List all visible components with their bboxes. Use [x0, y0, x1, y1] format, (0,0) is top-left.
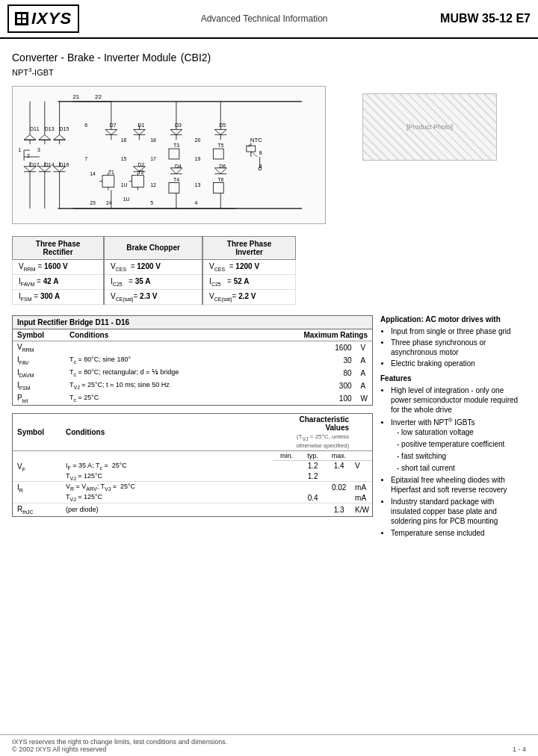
cell-rthjc-unit: K/W: [352, 503, 372, 516]
cell-ifav-symbol: IFAV: [13, 354, 65, 367]
table-row: TVJ = 125°C 0.4 mA: [13, 492, 372, 503]
char-col-values: Characteristic Values (TVJ = 25°C, unles…: [273, 414, 352, 451]
circuit-diagram: 21 22 D11 D13 D15 D12: [12, 86, 326, 224]
feature-item: Inverter with NPT® IGBTs low saturation …: [391, 417, 526, 473]
svg-text:3: 3: [37, 147, 40, 152]
feature-sub-item: low saturation voltage: [397, 427, 526, 437]
cell-vf-max1: 1.4: [326, 461, 352, 471]
cell-idavm-val: 80: [262, 367, 356, 379]
page-number: 1 - 4: [513, 746, 526, 753]
table-row: IFSM TVJ = 25°C; t = 10 ms; sine 50 Hz 3…: [13, 379, 372, 392]
cell-idavm-symbol: IDAVM: [13, 367, 65, 379]
page-footer: IXYS reserves the right to change limits…: [0, 734, 538, 756]
cell-ir-cond1: VR = VARV; TVJ = 25°C: [61, 482, 273, 492]
svg-text:14: 14: [90, 170, 96, 176]
svg-rect-2: [17, 19, 21, 23]
cell-vf-unit1: V: [352, 461, 372, 471]
cell-ir-min1: [273, 482, 300, 492]
app-item: Input from single or three phase grid: [391, 326, 526, 336]
cell-ir-max1: 0.02: [326, 482, 352, 492]
svg-text:T1: T1: [108, 169, 114, 174]
page-header: IXYS Advanced Technical Information MUBW…: [0, 0, 538, 39]
svg-text:T4: T4: [173, 176, 179, 182]
svg-marker-19: [54, 134, 66, 140]
footer-left: IXYS reserves the right to change limits…: [12, 738, 227, 753]
svg-text:13: 13: [195, 182, 201, 187]
svg-marker-56: [134, 129, 146, 134]
svg-text:D7: D7: [110, 123, 117, 128]
svg-marker-88: [170, 167, 182, 173]
char-blank-sym: [13, 451, 61, 461]
spec-col-brake: Brake Chopper: [104, 236, 202, 259]
cell-ptot-unit: W: [356, 392, 372, 405]
product-title: Converter - Brake - Inverter Module (CBI…: [12, 48, 526, 65]
char-blank-cond: [61, 451, 273, 461]
svg-text:-t°: -t°: [247, 144, 251, 148]
svg-marker-24: [24, 166, 36, 171]
svg-rect-86: [213, 149, 223, 159]
svg-text:T6: T6: [217, 176, 223, 182]
cell-ir-typ1: [300, 482, 326, 492]
svg-rect-66: [132, 175, 144, 187]
cell-rthjc-cond: (per diode): [61, 503, 273, 516]
table-row: VF IF = 35 A; Tc = 25°C 1.2 1.4 V: [13, 461, 372, 471]
svg-text:2: 2: [27, 153, 30, 158]
cell-vrrm-cond: [65, 341, 262, 354]
svg-text:D13: D13: [45, 126, 55, 131]
main-content: Converter - Brake - Inverter Module (CBI…: [0, 39, 538, 549]
svg-text:17: 17: [150, 156, 156, 161]
feature-item: Epitaxial free wheeling diodes with Hipe…: [391, 475, 526, 495]
cell-ir-unit2: mA: [352, 492, 372, 503]
spec-vcesat-inv: VCE(sat)= 2.2 V: [202, 289, 295, 304]
svg-text:1: 1: [18, 147, 21, 152]
svg-rect-84: [169, 149, 179, 159]
cell-ir-symbol: IR: [13, 482, 61, 504]
char-col-conditions: Conditions: [61, 414, 273, 451]
table-row: IDAVM Tc = 80°C; rectangular; d = ⅓ brid…: [13, 367, 372, 379]
spec-vrrm: VRRM = 1600 V: [13, 259, 105, 274]
application-list: Input from single or three phase grid Th…: [391, 326, 526, 368]
app-item: Three phase synchronous or asynchronous …: [391, 338, 526, 357]
svg-marker-9: [24, 134, 36, 140]
svg-text:12: 12: [150, 182, 156, 187]
svg-text:T3: T3: [173, 143, 179, 148]
photo-placeholder: [Product Photo]: [362, 93, 497, 161]
cell-ifsm-val: 300: [262, 379, 356, 392]
svg-text:NTC: NTC: [250, 137, 263, 143]
cell-vf-min1: [273, 461, 300, 471]
cell-ir-cond2: TVJ = 125°C: [61, 492, 273, 503]
product-subtitle: NPT3-IGBT: [12, 66, 526, 77]
cell-ir-unit1: mA: [352, 482, 372, 492]
svg-text:8: 8: [259, 150, 262, 155]
feature-sub-item: fast switching: [397, 451, 526, 461]
svg-text:D15: D15: [60, 126, 69, 131]
col-max-ratings: Maximum Ratings: [262, 329, 372, 341]
svg-text:15: 15: [121, 156, 127, 161]
svg-text:23: 23: [90, 200, 96, 205]
svg-rect-3: [22, 19, 26, 23]
table-row: IFAV Tc = 80°C; sine 180° 30 A: [13, 354, 372, 367]
cell-ptot-cond: Tc = 25°C: [65, 392, 262, 405]
cell-vf-symbol: VF: [13, 461, 61, 482]
rectifier-table-title: Input Rectifier Bridge D11 - D16: [13, 316, 372, 329]
header-center-text: Advanced Technical Information: [88, 13, 440, 24]
cell-rthjc-symbol: RthJC: [13, 503, 61, 516]
svg-marker-74: [170, 129, 182, 134]
cell-vf-typ2: 1.2: [300, 471, 326, 482]
svg-text:20: 20: [195, 137, 201, 143]
product-photo: [Product Photo]: [333, 86, 526, 224]
features-list: High level of integration - only one pow…: [391, 385, 526, 538]
table-row: IR VR = VARV; TVJ = 25°C 0.02 mA: [13, 482, 372, 492]
svg-text:16: 16: [121, 137, 127, 143]
char-unit-col: [352, 451, 372, 461]
application-column: Application: AC motor drives with Input …: [380, 315, 526, 540]
spec-col-inverter: Three PhaseInverter: [202, 236, 295, 259]
cell-ptot-symbol: Ptot: [13, 392, 65, 405]
cell-idavm-cond: Tc = 80°C; rectangular; d = ⅓ bridge: [65, 367, 262, 379]
part-number: MUBW 35-12 E7: [440, 12, 531, 25]
cell-ifsm-cond: TVJ = 25°C; t = 10 ms; sine 50 Hz: [65, 379, 262, 392]
svg-text:D11: D11: [30, 126, 40, 131]
svg-rect-96: [213, 182, 223, 193]
cell-ifav-cond: Tc = 80°C; sine 180°: [65, 354, 262, 367]
cell-vf-typ1: 1.2: [300, 461, 326, 471]
